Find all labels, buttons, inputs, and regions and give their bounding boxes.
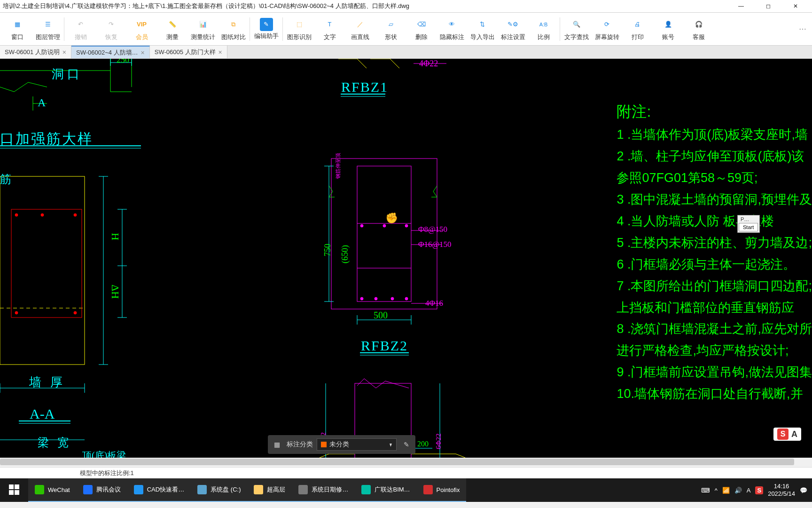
measure-tool[interactable]: 📏测量 xyxy=(157,13,187,45)
svg-point-7 xyxy=(74,214,77,216)
measure-stats-tool[interactable]: 📊测量统计 xyxy=(187,13,218,45)
svg-point-9 xyxy=(74,311,77,314)
maximize-button[interactable]: ◻ xyxy=(755,0,782,12)
tray-network-icon[interactable]: 📶 xyxy=(722,487,730,494)
cad-label: 4Φ22 xyxy=(419,59,438,69)
tab-sw06002[interactable]: SW-06002~4 人防墙… × xyxy=(71,46,150,58)
cad-title: RFBZ1 xyxy=(341,79,388,95)
account-tool[interactable]: 👤账号 xyxy=(653,13,683,45)
sogou-icon: S xyxy=(777,429,789,440)
select-value: 未分类 xyxy=(329,440,349,449)
status-bar: 模型中的标注比例:1 xyxy=(0,467,812,478)
svg-point-8 xyxy=(15,311,18,314)
undo-tool[interactable]: ↶撤销 xyxy=(65,13,96,45)
pan-cursor-icon: ✊ xyxy=(385,212,398,224)
scale-label: 模型中的标注比例:1 xyxy=(80,469,134,477)
tray-keyboard-icon[interactable]: ⌨ xyxy=(701,487,710,494)
annotation-toolbar[interactable]: ▦ 标注分类 未分类 ▾ ✎ xyxy=(268,435,415,454)
edit-icon[interactable]: ✎ xyxy=(400,438,413,451)
cad-title: 口加强筋大样 xyxy=(0,129,93,149)
ratio-tool[interactable]: A:B比例 xyxy=(528,13,559,45)
screen-rotate-tool[interactable]: ⟳屏幕旋转 xyxy=(592,13,622,45)
annot-settings-tool[interactable]: ✎⚙标注设置 xyxy=(498,13,528,45)
window-tool[interactable]: ▦窗口 xyxy=(2,13,32,45)
text-search-tool[interactable]: 🔍文字查找 xyxy=(561,13,592,45)
taskbar-app[interactable]: 系统盘 (C:) xyxy=(191,478,247,502)
app-icon xyxy=(197,485,207,494)
import-export-tool[interactable]: ⇅导入导出 xyxy=(467,13,498,45)
tab-sw06005[interactable]: SW-06005 人防门大样 × xyxy=(150,46,227,58)
app-label: Pointofix xyxy=(437,486,460,493)
title-bar: 培训\2.土建全日制培训\4.广联达建模软件学习：地上+底下\1.施工图全套最新… xyxy=(0,0,812,13)
taskbar-app[interactable]: 超高层 xyxy=(247,478,292,502)
annot-category-select[interactable]: 未分类 ▾ xyxy=(317,438,397,451)
tray-sogou-icon[interactable]: S xyxy=(755,486,763,494)
close-button[interactable]: ✕ xyxy=(782,0,809,12)
app-icon xyxy=(298,485,308,494)
minimize-button[interactable]: — xyxy=(727,0,755,12)
tray-chevron-icon[interactable]: ^ xyxy=(715,487,718,494)
redo-tool[interactable]: ↷恢复 xyxy=(96,13,126,45)
cad-label: A-A xyxy=(30,406,55,422)
vip-tool[interactable]: VIP会员 xyxy=(126,13,157,45)
horizontal-scrollbar[interactable] xyxy=(0,458,812,467)
cad-label: 6Φ22 xyxy=(435,434,443,449)
toolbar-overflow[interactable]: ⋯ xyxy=(795,24,810,33)
pointofix-panel[interactable]: P… Start xyxy=(737,215,760,233)
line-tool[interactable]: ／画直线 xyxy=(345,13,375,45)
print-tool[interactable]: 🖨打印 xyxy=(622,13,653,45)
scrollbar-thumb[interactable] xyxy=(0,459,794,465)
taskbar-app[interactable]: 腾讯会议 xyxy=(77,478,127,502)
main-toolbar: ▦窗口 ☰图层管理 ↶撤销 ↷恢复 VIP会员 📏测量 📊测量统计 ⧉图纸对比 … xyxy=(0,13,812,46)
compare-tool[interactable]: ⧉图纸对比 xyxy=(218,13,249,45)
hide-annot-tool[interactable]: 👁隐藏标注 xyxy=(437,13,467,45)
service-tool[interactable]: 🎧客服 xyxy=(683,13,714,45)
cad-label: Φ8@150 xyxy=(418,225,447,234)
cad-label: 梁 宽 xyxy=(38,435,71,450)
svg-point-33 xyxy=(360,297,363,300)
app-icon xyxy=(361,485,371,494)
drawing-canvas[interactable]: 洞 口 250 A 口加强筋大样 筋 H ΔH 墙 厚 A-A 梁 宽 顶(底)… xyxy=(0,59,812,458)
windows-logo-icon xyxy=(9,484,19,495)
taskbar-app[interactable]: CAD快速看… xyxy=(127,478,191,502)
close-icon[interactable]: × xyxy=(62,48,66,56)
layers-tool[interactable]: ☰图层管理 xyxy=(32,13,63,45)
taskbar-app[interactable]: 广联达BIM… xyxy=(355,478,416,502)
taskbar-app[interactable]: WeChat xyxy=(28,478,77,502)
shape-tool[interactable]: ▱形状 xyxy=(375,13,406,45)
close-icon[interactable]: × xyxy=(141,49,145,56)
color-swatch-icon xyxy=(321,442,327,447)
grid-icon[interactable]: ▦ xyxy=(271,438,283,451)
ime-indicator[interactable]: S A xyxy=(773,428,801,441)
cad-dim: ΔH xyxy=(109,285,121,299)
app-label: 系统日期修… xyxy=(312,485,348,494)
delete-tool[interactable]: ⌫删除 xyxy=(406,13,437,45)
cad-label: 顶(底)板梁 xyxy=(82,449,126,458)
document-tabs: SW-06001 人防说明 × SW-06002~4 人防墙… × SW-060… xyxy=(0,46,812,59)
tab-label: SW-06005 人防门大样 xyxy=(155,48,216,56)
pointofix-start-button[interactable]: Start xyxy=(739,223,758,231)
system-tray: ⌨ ^ 📶 🔊 A S 14:16 2022/5/14 💬 xyxy=(701,483,812,497)
notifications-icon[interactable]: 💬 xyxy=(800,487,807,494)
pointofix-title: P… xyxy=(738,215,759,222)
start-button[interactable] xyxy=(0,478,28,502)
svg-point-30 xyxy=(360,224,363,227)
svg-point-6 xyxy=(41,214,44,216)
svg-rect-4 xyxy=(11,209,82,318)
svg-point-34 xyxy=(375,297,377,300)
tray-lang-icon[interactable]: A xyxy=(747,487,751,494)
cad-title: RFBZ2 xyxy=(361,338,408,354)
tray-volume-icon[interactable]: 🔊 xyxy=(734,487,742,494)
svg-point-31 xyxy=(383,224,386,227)
close-icon[interactable]: × xyxy=(219,48,222,56)
shape-recog-tool[interactable]: ⬚图形识别 xyxy=(284,13,314,45)
cad-dim: 200 xyxy=(417,440,429,448)
tab-sw06001[interactable]: SW-06001 人防说明 × xyxy=(0,46,71,58)
taskbar-app[interactable]: Pointofix xyxy=(417,478,467,502)
taskbar-app[interactable]: 系统日期修… xyxy=(292,478,355,502)
text-tool[interactable]: T文字 xyxy=(314,13,345,45)
svg-rect-2 xyxy=(0,176,85,365)
edit-assist-tool[interactable]: ✎编辑助手 xyxy=(251,13,281,45)
app-icon xyxy=(134,485,143,494)
taskbar-clock[interactable]: 14:16 2022/5/14 xyxy=(768,483,795,497)
